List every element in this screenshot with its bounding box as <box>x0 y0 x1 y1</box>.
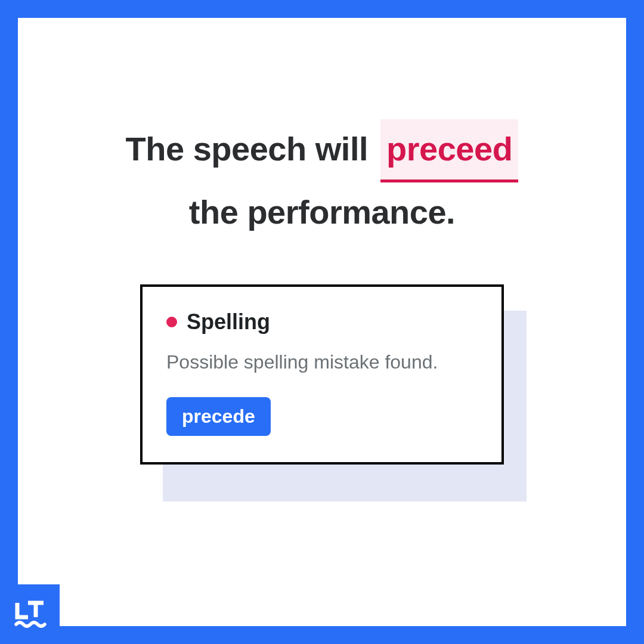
suggestion-card: Spelling Possible spelling mistake found… <box>140 284 504 465</box>
sentence-part-2: the performance. <box>18 182 626 243</box>
card-category: Spelling <box>187 309 270 335</box>
brand-logo <box>0 584 60 644</box>
card-header: Spelling <box>166 309 478 335</box>
card-description: Possible spelling mistake found. <box>166 351 478 373</box>
suggestion-card-wrapper: Spelling Possible spelling mistake found… <box>140 284 504 465</box>
content-frame: The speech will preceed the performance.… <box>18 18 626 626</box>
error-dot-icon <box>166 317 177 327</box>
lt-logo-icon <box>13 597 47 631</box>
sentence-part-1: The speech will <box>126 130 368 168</box>
suggestion-button[interactable]: precede <box>166 397 271 436</box>
misspelled-word[interactable]: preceed <box>380 119 518 182</box>
sentence-line-1: The speech will preceed <box>18 119 626 182</box>
example-sentence: The speech will preceed the performance. <box>18 119 626 243</box>
